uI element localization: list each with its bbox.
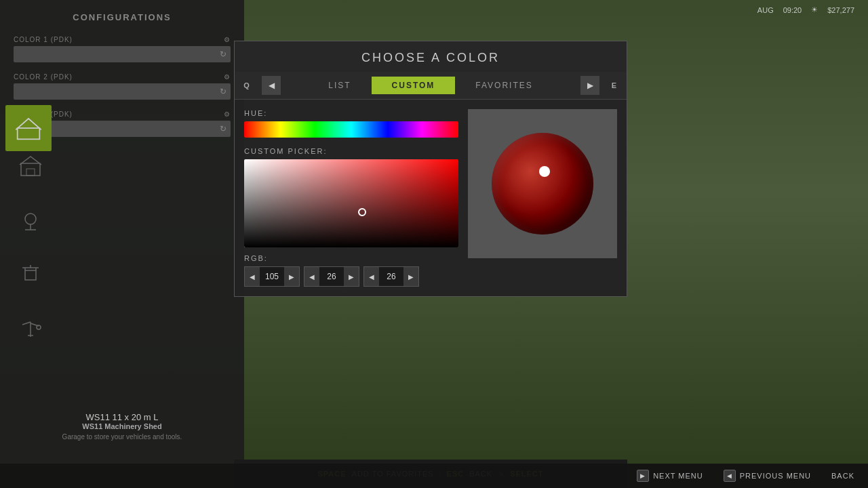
hue-label: HUE: bbox=[244, 109, 458, 117]
rgb-controls: ◀ 105 ▶ ◀ 26 ▶ ◀ 26 ▶ bbox=[244, 266, 458, 287]
rgb-r-increment[interactable]: ▶ bbox=[284, 267, 299, 286]
tab-favorites[interactable]: FAVORITES bbox=[455, 77, 553, 94]
rgb-g-decrement[interactable]: ◀ bbox=[304, 267, 319, 286]
key-e: E bbox=[602, 79, 627, 92]
hud-time: 09:20 bbox=[783, 5, 802, 14]
tabs-list: LIST CUSTOM FAVORITES bbox=[283, 77, 578, 94]
tab-list[interactable]: LIST bbox=[308, 77, 371, 94]
sidebar-building-info: WS11 11 x 20 m L WS11 Machinery Shed Gar… bbox=[0, 405, 244, 447]
picker-controls: HUE: CUSTOM PICKER: RGB: ◀ 105 ▶ bbox=[244, 109, 458, 287]
rgb-b-value: 26 bbox=[379, 269, 403, 284]
sphere-highlight bbox=[539, 166, 550, 177]
rgb-r-decrement[interactable]: ◀ bbox=[245, 267, 260, 286]
footer-bar: ▶ NEXT MENU ◀ PREVIOUS MENU BACK bbox=[0, 464, 868, 488]
custom-picker-label: CUSTOM PICKER: bbox=[244, 147, 458, 155]
sidebar-icon-silo[interactable] bbox=[14, 203, 47, 237]
sidebar-icon-barn[interactable] bbox=[14, 149, 47, 183]
dialog-title: CHOOSE A COLOR bbox=[235, 41, 627, 72]
rgb-g-value: 26 bbox=[319, 269, 344, 284]
tab-nav-right[interactable]: ▶ bbox=[580, 76, 599, 95]
rgb-g-group: ◀ 26 ▶ bbox=[304, 266, 359, 287]
sidebar-selected-icon[interactable] bbox=[5, 105, 52, 151]
svg-point-3 bbox=[25, 214, 36, 224]
footer-previous-menu[interactable]: ◀ PREVIOUS MENU bbox=[724, 470, 811, 482]
sidebar-icon-well[interactable] bbox=[14, 258, 47, 291]
hud-weather: ☀ bbox=[811, 5, 818, 14]
svg-rect-6 bbox=[25, 270, 36, 280]
color-bar-icon-1: ↻ bbox=[220, 49, 226, 59]
svg-rect-1 bbox=[21, 163, 40, 176]
key-q: Q bbox=[235, 79, 259, 92]
footer-key-next: ▶ bbox=[637, 470, 649, 482]
rgb-b-decrement[interactable]: ◀ bbox=[364, 267, 379, 286]
color-sphere bbox=[492, 133, 593, 235]
svg-rect-0 bbox=[18, 128, 40, 139]
rgb-r-value: 105 bbox=[260, 269, 284, 284]
tab-nav-left[interactable]: ◀ bbox=[262, 76, 281, 95]
building-subtitle: WS11 Machinery Shed bbox=[7, 422, 237, 430]
sidebar-title: CONFIGURATIONS bbox=[0, 0, 244, 32]
sidebar-icons bbox=[14, 149, 47, 346]
hud-top: AUG 09:20 ☀ $27,277 bbox=[757, 5, 854, 14]
color-bar-1[interactable]: ↻ bbox=[14, 46, 231, 62]
sphere-preview-area bbox=[468, 109, 617, 287]
sidebar-icon-crane[interactable] bbox=[14, 312, 47, 346]
building-icon bbox=[14, 114, 43, 142]
color-picker-dialog: CHOOSE A COLOR Q ◀ LIST CUSTOM FAVORITES… bbox=[234, 41, 627, 297]
svg-line-13 bbox=[22, 322, 31, 325]
sat-dark-overlay bbox=[244, 159, 458, 247]
rgb-label: RGB: bbox=[244, 254, 458, 262]
footer-next-menu[interactable]: ▶ NEXT MENU bbox=[637, 470, 703, 482]
custom-picker-section: CUSTOM PICKER: bbox=[244, 147, 458, 247]
tab-custom[interactable]: CUSTOM bbox=[372, 77, 456, 94]
hue-slider[interactable] bbox=[244, 121, 458, 138]
footer-back[interactable]: BACK bbox=[831, 472, 854, 480]
rgb-b-increment[interactable]: ▶ bbox=[403, 267, 418, 286]
rgb-b-group: ◀ 26 ▶ bbox=[363, 266, 419, 287]
hud-money: $27,277 bbox=[827, 5, 854, 14]
color-bar-icon-2: ↻ bbox=[220, 87, 226, 96]
sidebar: CONFIGURATIONS COLOR 1 (PDK) ⚙ ↻ COLOR 2… bbox=[0, 0, 244, 488]
color-bar-icon-3: ↻ bbox=[220, 124, 226, 134]
svg-rect-2 bbox=[26, 169, 35, 176]
hud-month: AUG bbox=[757, 5, 774, 14]
tabs-bar: Q ◀ LIST CUSTOM FAVORITES ▶ E bbox=[235, 72, 627, 100]
color-slot-1[interactable]: COLOR 1 (PDK) ⚙ ↻ bbox=[0, 32, 244, 66]
rgb-section: RGB: ◀ 105 ▶ ◀ 26 ▶ ◀ 26 ▶ bbox=[244, 254, 458, 287]
building-name: WS11 11 x 20 m L bbox=[7, 412, 237, 422]
saturation-picker[interactable] bbox=[244, 159, 458, 247]
footer-key-prev: ◀ bbox=[724, 470, 736, 482]
dialog-content: HUE: CUSTOM PICKER: RGB: ◀ 105 ▶ bbox=[235, 100, 627, 296]
sphere-preview bbox=[468, 109, 617, 258]
rgb-g-increment[interactable]: ▶ bbox=[344, 267, 359, 286]
building-description: Garage to store your vehicles and tools. bbox=[7, 433, 237, 441]
color-bar-2[interactable]: ↻ bbox=[14, 83, 231, 100]
rgb-r-group: ◀ 105 ▶ bbox=[244, 266, 300, 287]
color-slot-2[interactable]: COLOR 2 (PDK) ⚙ ↻ bbox=[0, 69, 244, 104]
